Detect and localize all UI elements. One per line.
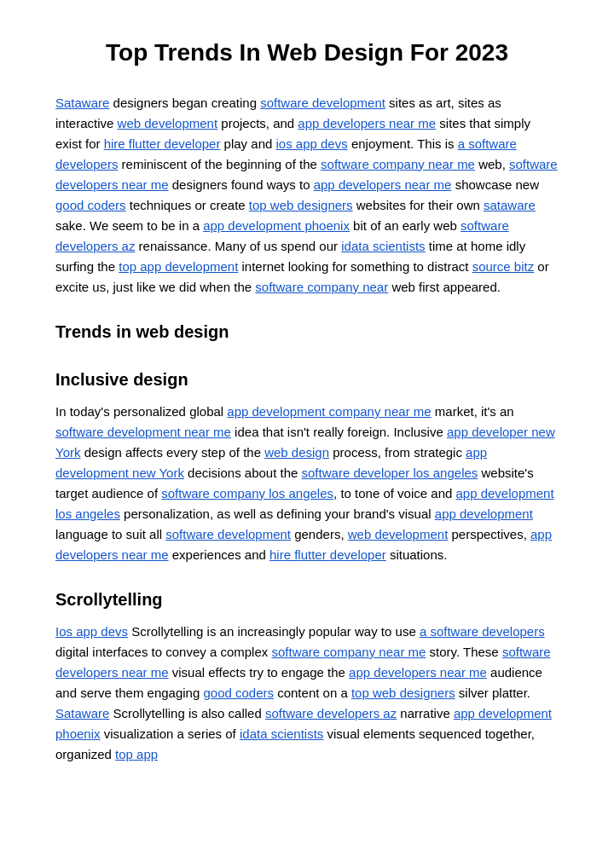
link-software-development-1[interactable]: software development — [260, 95, 385, 110]
link-software-development-near-me[interactable]: software development near me — [55, 425, 231, 439]
link-app-developers-near-me-1[interactable]: app developers near me — [298, 116, 436, 130]
inclusive-design-paragraph: In today's personalized global app devel… — [55, 402, 559, 565]
link-software-company-near-me-2[interactable]: software company near me — [271, 645, 426, 659]
link-ios-app-devs-2[interactable]: Ios app devs — [55, 624, 128, 639]
link-app-developers-near-me-4[interactable]: app developers near me — [349, 665, 487, 680]
link-idata-scientists-1[interactable]: idata scientists — [341, 239, 425, 253]
scrollytelling-heading: Scrollytelling — [55, 586, 559, 613]
link-idata-scientists-2[interactable]: idata scientists — [240, 726, 323, 741]
link-software-developer-los-angeles[interactable]: software developer los angeles — [302, 466, 478, 480]
link-ios-app-devs-1[interactable]: ios app devs — [275, 136, 347, 151]
link-app-development-phoenix-1[interactable]: app development phoenix — [203, 218, 350, 233]
link-software-company-near-me-1[interactable]: software company near me — [321, 157, 475, 171]
link-source-bitz[interactable]: source bitz — [472, 259, 535, 274]
link-software-company-los-angeles[interactable]: software company los angeles — [161, 486, 333, 501]
intro-paragraph: Sataware designers began creating softwa… — [55, 93, 559, 298]
link-hire-flutter-developer-2[interactable]: hire flutter developer — [269, 547, 386, 562]
link-sataware-3[interactable]: Sataware — [55, 706, 109, 720]
link-web-design[interactable]: web design — [264, 445, 329, 460]
inclusive-design-heading: Inclusive design — [55, 366, 559, 393]
link-good-coders-1[interactable]: good coders — [55, 198, 126, 212]
page-title: Top Trends In Web Design For 2023 — [55, 34, 559, 72]
link-software-development-2[interactable]: software development — [165, 527, 291, 541]
link-good-coders-2[interactable]: good coders — [203, 686, 274, 700]
link-hire-flutter-developer-1[interactable]: hire flutter developer — [104, 136, 221, 151]
link-web-development-1[interactable]: web development — [118, 116, 218, 130]
page-container: Top Trends In Web Design For 2023 Satawa… — [0, 0, 614, 868]
link-top-app[interactable]: top app — [115, 747, 158, 761]
link-top-web-designers-2[interactable]: top web designers — [351, 686, 455, 700]
scrollytelling-paragraph: Ios app devs Scrollytelling is an increa… — [55, 622, 559, 765]
link-app-development-company-near-me[interactable]: app development company near me — [227, 404, 431, 419]
link-sataware-2[interactable]: sataware — [484, 198, 536, 212]
link-top-web-designers-1[interactable]: top web designers — [249, 198, 353, 212]
link-sataware[interactable]: Sataware — [55, 95, 109, 110]
trends-heading: Trends in web design — [55, 318, 559, 345]
link-app-developers-near-me-2[interactable]: app developers near me — [314, 177, 452, 192]
link-a-software-developers-2[interactable]: a software developers — [420, 624, 545, 639]
link-software-developers-near-me-1[interactable]: software developers near me — [55, 157, 558, 192]
link-software-company-near[interactable]: software company near — [255, 280, 388, 294]
link-top-app-development-1[interactable]: top app development — [119, 259, 238, 274]
link-software-developers-az-2[interactable]: software developers az — [265, 706, 397, 720]
link-web-development-2[interactable]: web development — [348, 527, 449, 541]
link-app-development[interactable]: app development — [435, 506, 533, 521]
